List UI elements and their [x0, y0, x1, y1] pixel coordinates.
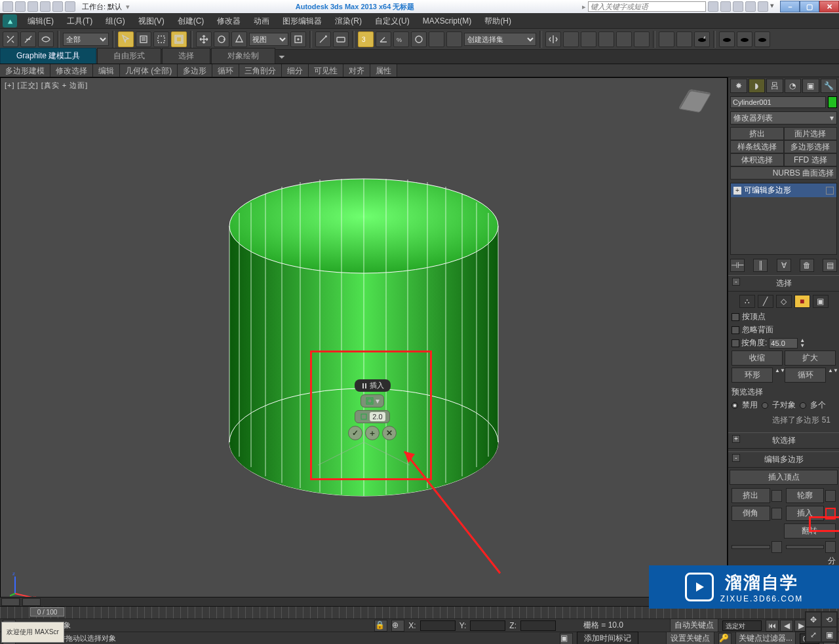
ref-coord-system[interactable]: 视图 [249, 33, 288, 46]
ribbon-panel-properties[interactable]: 属性 [370, 64, 397, 77]
menu-anim[interactable]: 动画 [247, 13, 276, 29]
key-filters[interactable]: 关键点过滤器... [735, 632, 796, 644]
mod-btn-extrude[interactable]: 挤出 [730, 127, 784, 140]
lock-selection-icon[interactable]: 🔒 [374, 620, 387, 632]
infocenter-fav-icon[interactable] [745, 1, 756, 12]
utilities-panel-icon[interactable]: 🔧 [821, 79, 838, 93]
autokey-toggle[interactable]: 自动关键点 [670, 618, 718, 632]
prev-frame-icon[interactable]: ◀ [780, 620, 793, 632]
btn-ring[interactable]: 环形 [732, 368, 773, 383]
select-region-rect-icon[interactable] [153, 31, 169, 47]
radio-subobj[interactable] [762, 402, 768, 409]
rotate-icon[interactable] [214, 31, 229, 47]
qat-link-icon[interactable] [65, 1, 75, 12]
ribbon-panel-geometry[interactable]: 几何体 (全部) [120, 64, 178, 77]
infocenter-comm-icon[interactable] [733, 1, 743, 12]
ribbon-panel-visibility[interactable]: 可见性 [309, 64, 343, 77]
menu-modifiers[interactable]: 修改器 [210, 13, 247, 29]
mod-btn-polysel[interactable]: 多边形选择 [784, 140, 838, 153]
goto-start-icon[interactable]: ⏮ [766, 620, 779, 632]
unlink-icon[interactable] [20, 31, 36, 47]
btn-outline-settings[interactable] [825, 490, 836, 502]
pin-stack-icon[interactable]: ⊣⊢ [730, 259, 745, 272]
modify-panel-icon[interactable]: ◗ [749, 79, 766, 93]
btn-bevel-settings[interactable] [771, 508, 782, 520]
btn-outline[interactable]: 轮廓 [786, 488, 825, 503]
snap-toggle-icon[interactable]: 3 [358, 31, 374, 47]
qat-open-icon[interactable] [15, 1, 26, 12]
edged-faces-icon[interactable] [429, 31, 444, 47]
object-name-field[interactable] [730, 96, 826, 108]
spinner-snap-icon[interactable] [411, 31, 427, 47]
viewport-label[interactable]: [+] [正交] [真实 + 边面] [5, 81, 88, 90]
btn-extrude-settings[interactable] [771, 490, 782, 502]
btn-flip[interactable]: 翻转 [784, 523, 836, 539]
align-icon[interactable] [563, 31, 579, 47]
ribbon-collapse-icon[interactable]: ⏷ [276, 50, 288, 64]
trackbar-key-mode-icon[interactable] [1, 598, 20, 606]
angle-spinner[interactable] [769, 338, 798, 349]
arc-rotate-icon[interactable]: ⟲ [821, 612, 837, 627]
menu-maxscript[interactable]: MAXScript(M) [416, 13, 478, 29]
menu-create[interactable]: 创建(C) [171, 13, 211, 29]
hierarchy-panel-icon[interactable]: 呂 [766, 79, 783, 93]
chk-ignore-backfacing[interactable]: 忽略背面 [732, 324, 836, 335]
move-icon[interactable] [196, 31, 212, 47]
link-icon[interactable] [3, 31, 18, 47]
schematic-view-icon[interactable] [616, 31, 632, 47]
viewcube[interactable] [684, 90, 710, 116]
frame-indicator[interactable]: 0 / 100 [30, 607, 64, 616]
btn-grow[interactable]: 扩大 [785, 350, 836, 366]
rollout-editpoly-header[interactable]: -编辑多边形 [728, 451, 839, 468]
display-panel-icon[interactable]: ▣ [802, 79, 819, 93]
named-selection-set[interactable]: 创建选择集 [464, 33, 536, 46]
btn-loop[interactable]: 循环 [785, 368, 826, 383]
btn-inset-settings[interactable] [825, 508, 836, 520]
btn-extrude-spline-settings[interactable] [825, 541, 836, 553]
btn-hinge-settings[interactable] [771, 541, 782, 553]
radio-multi[interactable] [800, 402, 806, 409]
stack-item-editpoly[interactable]: + 可编辑多边形 [731, 183, 836, 197]
so-border-icon[interactable]: ◇ [776, 295, 792, 308]
maxscript-listener-mini[interactable]: 欢迎使用 MAXScr [1, 622, 64, 643]
ribbon-panel-subdiv[interactable]: 细分 [282, 64, 309, 77]
ribbon-panel-align[interactable]: 对齐 [343, 64, 370, 77]
chk-by-angle[interactable]: 按角度:▲▼ [732, 337, 836, 349]
menu-view[interactable]: 视图(V) [132, 13, 171, 29]
angle-snap-icon[interactable] [376, 31, 391, 47]
key-mode-icon[interactable]: 🔑 [718, 633, 732, 645]
qat-undo-icon[interactable] [40, 1, 50, 12]
make-unique-icon[interactable]: ∀ [777, 259, 791, 272]
maximize-viewport-icon[interactable]: ▣ [821, 627, 837, 642]
rollout-softsel-header[interactable]: +软选择 [728, 432, 839, 449]
so-polygon-icon[interactable]: ■ [794, 295, 810, 308]
zoom-extents-icon[interactable]: ⤢ [806, 627, 821, 642]
modifier-stack[interactable]: + 可编辑多边形 [730, 183, 837, 255]
menu-render[interactable]: 渲染(R) [328, 13, 368, 29]
minimize-button[interactable]: － [780, 1, 800, 12]
so-element-icon[interactable]: ▣ [813, 295, 829, 308]
menu-customize[interactable]: 自定义(U) [368, 13, 416, 29]
menu-group[interactable]: 组(G) [99, 13, 131, 29]
render-prod-icon[interactable] [694, 31, 710, 47]
ribbon-tab-graphite[interactable]: Graphite 建模工具 [0, 48, 96, 64]
infocenter-help-icon[interactable] [758, 1, 768, 12]
motion-panel-icon[interactable]: ◔ [785, 79, 802, 93]
btn-shrink[interactable]: 收缩 [732, 350, 783, 366]
ribbon-panel-loops[interactable]: 循环 [212, 64, 239, 77]
mod-btn-nurbs[interactable]: NURBS 曲面选择 [730, 166, 837, 180]
mirror-icon[interactable] [545, 31, 561, 47]
so-edge-icon[interactable]: ╱ [758, 295, 773, 308]
ribbon-panel-modifysel[interactable]: 修改选择 [50, 64, 93, 77]
ribbon-panel-edit[interactable]: 编辑 [93, 64, 120, 77]
selection-filter[interactable]: 全部 [63, 33, 109, 46]
render-last-icon[interactable] [719, 31, 735, 47]
scale-icon[interactable] [231, 31, 247, 47]
btn-insert-vertex[interactable]: 插入顶点 [730, 470, 838, 485]
btn-extrude[interactable]: 挤出 [732, 488, 770, 503]
render-setup-icon[interactable] [659, 31, 674, 47]
add-time-tag[interactable]: 添加时间标记 [577, 632, 638, 644]
btn-inset[interactable]: 插入 [786, 506, 825, 521]
render-iterative-icon[interactable] [737, 31, 752, 47]
btn-extrude-spline[interactable] [786, 545, 825, 549]
